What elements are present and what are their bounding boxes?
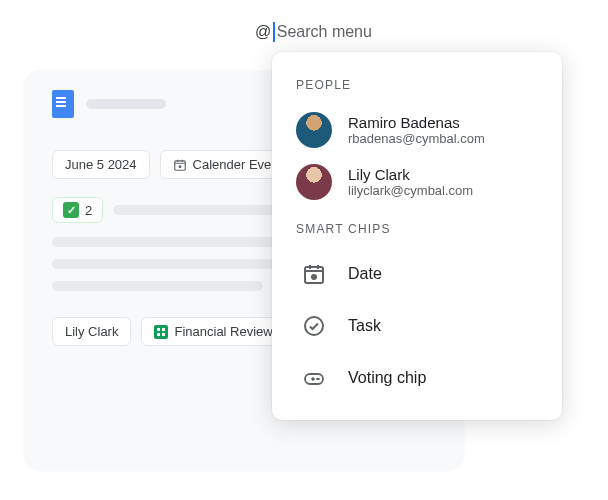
text-cursor bbox=[273, 22, 275, 42]
vote-chip[interactable]: ✓ 2 bbox=[52, 197, 103, 223]
chip-option-label: Task bbox=[348, 317, 381, 335]
text-placeholder bbox=[52, 281, 263, 291]
sheet-chip[interactable]: Financial Review bbox=[141, 317, 285, 346]
at-mention-menu: PEOPLE Ramiro Badenas rbadenas@cymbal.co… bbox=[272, 52, 562, 420]
svg-point-3 bbox=[312, 275, 316, 279]
person-chip[interactable]: Lily Clark bbox=[52, 317, 131, 346]
task-icon bbox=[296, 308, 332, 344]
person-info: Lily Clark lilyclark@cymbal.com bbox=[348, 166, 473, 198]
date-chip[interactable]: June 5 2024 bbox=[52, 150, 150, 179]
voting-chip-icon bbox=[296, 360, 332, 396]
chip-label: Financial Review bbox=[174, 324, 272, 339]
chip-option-label: Voting chip bbox=[348, 369, 426, 387]
chip-option-label: Date bbox=[348, 265, 382, 283]
person-name: Lily Clark bbox=[348, 166, 473, 183]
at-mention-search[interactable]: @ Search menu bbox=[255, 22, 372, 42]
menu-heading-people: PEOPLE bbox=[272, 72, 562, 104]
google-docs-icon bbox=[52, 90, 74, 118]
date-icon bbox=[296, 256, 332, 292]
search-placeholder: Search menu bbox=[277, 23, 372, 41]
chip-label: Lily Clark bbox=[65, 324, 118, 339]
person-email: lilyclark@cymbal.com bbox=[348, 183, 473, 198]
svg-point-4 bbox=[305, 317, 323, 335]
person-info: Ramiro Badenas rbadenas@cymbal.com bbox=[348, 114, 485, 146]
smart-chip-option-voting[interactable]: Voting chip bbox=[272, 352, 562, 404]
vote-count: 2 bbox=[85, 203, 92, 218]
smart-chip-option-date[interactable]: Date bbox=[272, 248, 562, 300]
title-placeholder bbox=[86, 99, 166, 109]
at-sign: @ bbox=[255, 23, 271, 41]
calendar-icon bbox=[173, 158, 187, 172]
avatar bbox=[296, 164, 332, 200]
person-email: rbadenas@cymbal.com bbox=[348, 131, 485, 146]
person-option-lily[interactable]: Lily Clark lilyclark@cymbal.com bbox=[272, 156, 562, 208]
menu-heading-smart-chips: SMART CHIPS bbox=[272, 208, 562, 248]
smart-chip-option-task[interactable]: Task bbox=[272, 300, 562, 352]
person-option-ramiro[interactable]: Ramiro Badenas rbadenas@cymbal.com bbox=[272, 104, 562, 156]
checkmark-icon: ✓ bbox=[63, 202, 79, 218]
chip-label: Calender Event bbox=[193, 157, 283, 172]
chip-label: June 5 2024 bbox=[65, 157, 137, 172]
person-name: Ramiro Badenas bbox=[348, 114, 485, 131]
avatar bbox=[296, 112, 332, 148]
sheets-icon bbox=[154, 325, 168, 339]
svg-point-1 bbox=[179, 165, 181, 167]
